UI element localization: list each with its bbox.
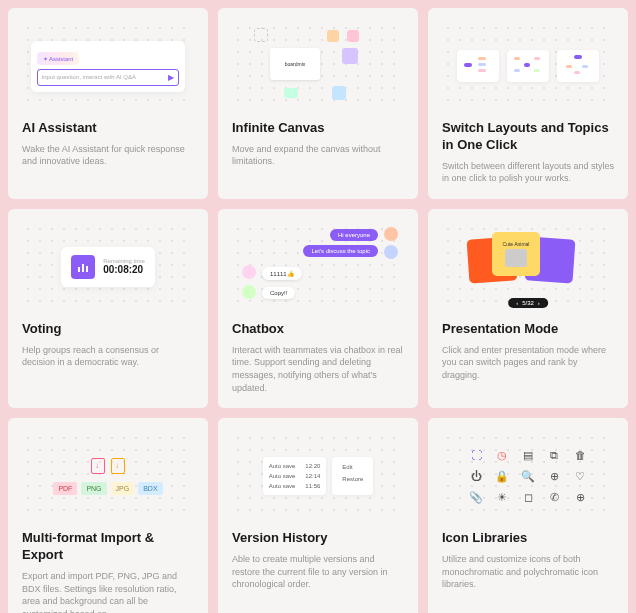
layout-option-3 bbox=[557, 50, 599, 82]
card-voting[interactable]: Remaining time 00:08:20 Voting Help grou… bbox=[8, 209, 208, 408]
card-presentation[interactable]: Cute Animal ‹ 5/32 › Presentation Mode C… bbox=[428, 209, 628, 408]
node-dashed bbox=[254, 28, 268, 42]
copy-icon: ⧉ bbox=[545, 449, 563, 462]
avatar bbox=[384, 245, 398, 259]
node-orange bbox=[327, 30, 339, 42]
search-icon: 🔍 bbox=[519, 470, 537, 483]
version-label: Auto save bbox=[269, 473, 296, 479]
ai-placeholder: Input question, interact with AI Q&A bbox=[42, 74, 136, 80]
comment-icon: ◻ bbox=[519, 491, 537, 504]
card-title: Chatbox bbox=[232, 321, 404, 338]
voting-time: 00:08:20 bbox=[103, 264, 145, 275]
card-desc: Able to create multiple versions and res… bbox=[232, 553, 404, 591]
card-chatbox[interactable]: Hi everyone Let's discuss the topic 1111… bbox=[218, 209, 418, 408]
preview-version: Auto save12:20 Auto save12:14 Auto save1… bbox=[232, 432, 404, 520]
card-title: Voting bbox=[22, 321, 194, 338]
pager: ‹ 5/32 › bbox=[508, 298, 548, 308]
heart-icon: ♡ bbox=[571, 470, 589, 483]
preview-layouts bbox=[442, 22, 614, 110]
preview-chatbox: Hi everyone Let's discuss the topic 1111… bbox=[232, 223, 404, 311]
feature-grid: ✦ Assistant Input question, interact wit… bbox=[8, 8, 628, 613]
version-time: 12:20 bbox=[305, 463, 320, 469]
pager-count: 5/32 bbox=[522, 300, 534, 306]
card-desc: Switch between different layouts and sty… bbox=[442, 160, 614, 185]
avatar bbox=[384, 227, 398, 241]
chat-message: Copy!! bbox=[262, 287, 295, 299]
slide-label: Cute Animal bbox=[503, 241, 530, 247]
node-green bbox=[284, 88, 298, 98]
card-export[interactable]: PDF PNG JPG BDX Multi-format Import & Ex… bbox=[8, 418, 208, 613]
slide-active: Cute Animal bbox=[492, 232, 540, 276]
scan-icon: ⛶ bbox=[467, 449, 485, 462]
export-file-icon bbox=[111, 458, 125, 474]
version-time: 11:56 bbox=[305, 483, 320, 489]
message-icon: ▤ bbox=[519, 449, 537, 462]
chevron-right-icon: › bbox=[538, 300, 540, 306]
format-tag: JPG bbox=[111, 482, 135, 495]
card-title: Multi-format Import & Export bbox=[22, 530, 194, 564]
node-center: boardmix bbox=[270, 48, 320, 80]
node-blue bbox=[332, 86, 346, 100]
trash-icon: 🗑 bbox=[571, 449, 589, 462]
version-time: 12:14 bbox=[305, 473, 320, 479]
format-tag: PDF bbox=[53, 482, 77, 495]
layout-option-2 bbox=[507, 50, 549, 82]
layout-option-1 bbox=[457, 50, 499, 82]
zoom-icon: ⊕ bbox=[545, 470, 563, 483]
menu-edit: Edit bbox=[338, 461, 367, 473]
card-desc: Move and expand the canvas without limit… bbox=[232, 143, 404, 168]
card-title: Version History bbox=[232, 530, 404, 547]
chat-message: Hi everyone bbox=[330, 229, 378, 241]
svg-rect-1 bbox=[82, 264, 84, 272]
preview-canvas: boardmix bbox=[232, 22, 404, 110]
phone-icon: ✆ bbox=[545, 491, 563, 504]
card-title: AI Assistant bbox=[22, 120, 194, 137]
card-version-history[interactable]: Auto save12:20 Auto save12:14 Auto save1… bbox=[218, 418, 418, 613]
chat-message: Let's discuss the topic bbox=[303, 245, 378, 257]
version-menu: Edit Restore bbox=[332, 457, 373, 495]
version-label: Auto save bbox=[269, 483, 296, 489]
lock-icon: 🔒 bbox=[493, 470, 511, 483]
card-infinite-canvas[interactable]: boardmix Infinite Canvas Move and expand… bbox=[218, 8, 418, 199]
card-icon-libraries[interactable]: ⛶ ◷ ▤ ⧉ 🗑 ⏻ 🔒 🔍 ⊕ ♡ 📎 ☀ ◻ ✆ ⊕ Icon Libra… bbox=[428, 418, 628, 613]
node-purple bbox=[342, 48, 358, 64]
card-title: Presentation Mode bbox=[442, 321, 614, 338]
node-pink bbox=[347, 30, 359, 42]
attachment-icon: 📎 bbox=[467, 491, 485, 504]
menu-restore: Restore bbox=[338, 473, 367, 485]
avatar bbox=[242, 265, 256, 279]
preview-ai: ✦ Assistant Input question, interact wit… bbox=[22, 22, 194, 110]
chat-message: 11111👍 bbox=[262, 267, 302, 280]
card-desc: Wake the AI Assistant for quick response… bbox=[22, 143, 194, 168]
slide-thumb bbox=[505, 249, 527, 267]
preview-presentation: Cute Animal ‹ 5/32 › bbox=[442, 223, 614, 311]
chart-icon bbox=[71, 255, 95, 279]
card-ai-assistant[interactable]: ✦ Assistant Input question, interact wit… bbox=[8, 8, 208, 199]
svg-rect-2 bbox=[86, 266, 88, 272]
import-file-icon bbox=[91, 458, 105, 474]
svg-rect-0 bbox=[78, 267, 80, 272]
ai-chip: ✦ Assistant bbox=[37, 52, 80, 65]
card-switch-layouts[interactable]: Switch Layouts and Topics in One Click S… bbox=[428, 8, 628, 199]
brightness-icon: ☀ bbox=[493, 491, 511, 504]
format-tag: PNG bbox=[81, 482, 106, 495]
card-title: Infinite Canvas bbox=[232, 120, 404, 137]
timer-icon: ◷ bbox=[493, 449, 511, 462]
version-label: Auto save bbox=[269, 463, 296, 469]
card-title: Switch Layouts and Topics in One Click bbox=[442, 120, 614, 154]
card-desc: Interact with teammates via chatbox in r… bbox=[232, 344, 404, 394]
card-desc: Utilize and customize icons of both mono… bbox=[442, 553, 614, 591]
avatar bbox=[242, 285, 256, 299]
version-list: Auto save12:20 Auto save12:14 Auto save1… bbox=[263, 457, 327, 495]
format-tag: BDX bbox=[138, 482, 162, 495]
power-icon: ⏻ bbox=[467, 470, 485, 483]
preview-export: PDF PNG JPG BDX bbox=[22, 432, 194, 520]
preview-icons: ⛶ ◷ ▤ ⧉ 🗑 ⏻ 🔒 🔍 ⊕ ♡ 📎 ☀ ◻ ✆ ⊕ bbox=[442, 432, 614, 520]
globe-icon: ⊕ bbox=[571, 491, 589, 504]
chevron-left-icon: ‹ bbox=[516, 300, 518, 306]
ai-input-mock: Input question, interact with AI Q&A ▶ bbox=[37, 69, 180, 86]
card-title: Icon Libraries bbox=[442, 530, 614, 547]
preview-voting: Remaining time 00:08:20 bbox=[22, 223, 194, 311]
card-desc: Help groups reach a consensus or decisio… bbox=[22, 344, 194, 369]
card-desc: Export and import PDF, PNG, JPG and BDX … bbox=[22, 570, 194, 613]
